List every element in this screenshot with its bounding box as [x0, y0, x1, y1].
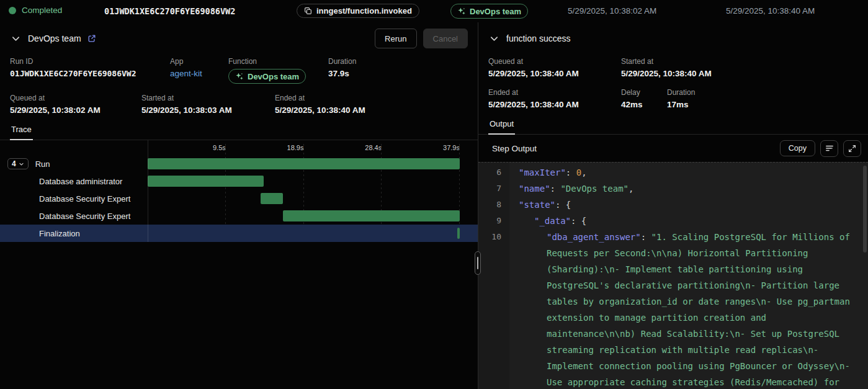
trace-row[interactable]: Database administrator — [0, 172, 478, 190]
field-label: Ended at — [488, 88, 621, 97]
code-token: : — [550, 184, 561, 194]
step-ended-at: 5/29/2025, 10:38:40 AM — [488, 100, 621, 109]
cancel-button[interactable]: Cancel — [423, 29, 468, 48]
field-label: Ended at — [275, 94, 365, 102]
code-line: 8"state": { — [478, 197, 868, 213]
code-token: : { — [555, 200, 571, 210]
trace-label-divider — [148, 140, 148, 242]
code-token: 0 — [576, 168, 581, 177]
step-delay: 42ms — [621, 100, 667, 109]
code-token: : — [641, 232, 651, 242]
run-header: DevOps team Rerun Cancel — [0, 22, 478, 51]
line-number: 7 — [478, 181, 509, 197]
trace-bar[interactable] — [283, 210, 460, 221]
run-id-value: 01JWDK1XE6C270F6YE69086VW2 — [10, 69, 170, 78]
field-label: Function — [228, 57, 328, 66]
event-pill-label: inngest/function.invoked — [316, 6, 412, 16]
event-pill[interactable]: inngest/function.invoked — [297, 4, 419, 18]
step-title: function success — [506, 34, 571, 43]
code-token: "1. Scaling PostgreSQL for Millions of R… — [547, 232, 861, 389]
code-token: "maxIter" — [519, 168, 566, 177]
sparkles-icon — [235, 72, 244, 81]
code-line: 7"name": "DevOps team", — [478, 181, 868, 197]
run-status: Completed — [9, 6, 62, 15]
function-pill[interactable]: DevOps team — [450, 4, 528, 19]
trace-row[interactable]: Database Security Expert — [0, 190, 478, 207]
run-details-panel: DevOps team Rerun Cancel Run ID 01JWDK1X… — [0, 22, 478, 389]
tab-trace[interactable]: Trace — [10, 123, 33, 140]
trace-bar[interactable] — [457, 228, 460, 239]
code-token: : — [566, 168, 576, 177]
trace-row[interactable]: Database Security Expert — [0, 207, 478, 225]
rerun-button[interactable]: Rerun — [375, 29, 416, 48]
external-link-icon[interactable] — [87, 34, 96, 43]
app-link[interactable]: agent-kit — [170, 69, 228, 78]
step-started-at: 5/29/2025, 10:38:40 AM — [621, 69, 712, 78]
main-area: DevOps team Rerun Cancel Run ID 01JWDK1X… — [0, 22, 868, 389]
wrap-lines-icon — [825, 144, 834, 153]
code-line: 10"dba_agent_answer": "1. Scaling Postgr… — [478, 229, 868, 389]
trace-row[interactable]: Finalization — [0, 225, 478, 242]
expand-output-button[interactable] — [843, 140, 861, 157]
line-number: 8 — [478, 197, 509, 213]
step-fields: Queued at 5/29/2025, 10:38:40 AM Started… — [478, 51, 868, 109]
step-output-bar: Step Output Copy — [478, 135, 868, 162]
code-token: , — [629, 184, 633, 194]
field-label: Started at — [621, 57, 712, 66]
trace-bar[interactable] — [148, 176, 264, 187]
trace-section: 9.5s18.9s28.4s37.9s 4RunDatabase adminis… — [0, 140, 478, 242]
field-label: App — [170, 57, 228, 66]
trace-row-label: Database administrator — [0, 172, 148, 190]
topbar-queued-time: 5/29/2025, 10:38:02 AM — [568, 6, 656, 16]
trace-row-label: Database Security Expert — [0, 190, 148, 207]
code-token: "state" — [519, 200, 555, 210]
expand-icon — [848, 145, 856, 153]
step-queued-at: 5/29/2025, 10:38:40 AM — [488, 69, 621, 78]
trace-bar[interactable] — [261, 193, 283, 204]
trace-row[interactable]: 4Run — [0, 155, 478, 172]
code-line: 9"_data": { — [478, 213, 868, 229]
step-duration: 17ms — [667, 100, 695, 109]
run-title: DevOps team — [28, 34, 81, 43]
wrap-lines-button[interactable] — [820, 140, 838, 157]
field-label: Duration — [667, 88, 695, 97]
status-dot — [9, 7, 16, 14]
trace-bar[interactable] — [148, 158, 460, 169]
line-number: 9 — [478, 213, 509, 229]
tab-output[interactable]: Output — [488, 117, 515, 135]
code-token: "_data" — [534, 216, 571, 226]
duration-value: 37.9s — [328, 69, 356, 78]
trace-row-label: Finalization — [0, 225, 148, 242]
trace-row-label: 4Run — [0, 155, 148, 172]
step-output-code[interactable]: 6"maxIter": 0,7"name": "DevOps team",8"s… — [478, 162, 868, 389]
field-label: Queued at — [10, 94, 141, 102]
drag-handle[interactable] — [475, 251, 481, 275]
step-header: function success — [478, 22, 868, 51]
field-label: Duration — [328, 57, 356, 66]
trace-rows: 4RunDatabase administratorDatabase Secur… — [0, 155, 478, 242]
field-label: Queued at — [488, 57, 621, 66]
line-number: 6 — [478, 164, 509, 181]
step-output-title: Step Output — [492, 144, 537, 153]
field-label: Delay — [621, 88, 667, 97]
function-pill-label: DevOps team — [248, 72, 299, 81]
code-token: "name" — [519, 184, 550, 194]
copy-output-button[interactable]: Copy — [780, 140, 815, 156]
function-pill[interactable]: DevOps team — [228, 69, 306, 84]
code-token: : { — [571, 216, 586, 226]
queued-at-value: 5/29/2025, 10:38:02 AM — [10, 105, 141, 115]
panel-divider — [478, 22, 478, 389]
collapse-run-chevron[interactable] — [10, 33, 22, 45]
status-label: Completed — [22, 6, 62, 15]
expand-rows-badge[interactable]: 4 — [7, 158, 29, 169]
function-pill-label: DevOps team — [470, 7, 521, 16]
field-label: Started at — [141, 94, 275, 102]
topbar-run-id: 01JWDK1XE6C270F6YE69086VW2 — [104, 6, 235, 16]
code-line: 6"maxIter": 0, — [478, 164, 868, 181]
collapse-step-chevron[interactable] — [488, 33, 500, 45]
field-label: Run ID — [10, 57, 170, 66]
code-token: "DevOps team" — [560, 184, 629, 194]
code-token: "dba_agent_answer" — [547, 232, 641, 242]
copy-icon — [304, 7, 312, 15]
topbar: Completed 01JWDK1XE6C270F6YE69086VW2 inn… — [0, 0, 868, 22]
